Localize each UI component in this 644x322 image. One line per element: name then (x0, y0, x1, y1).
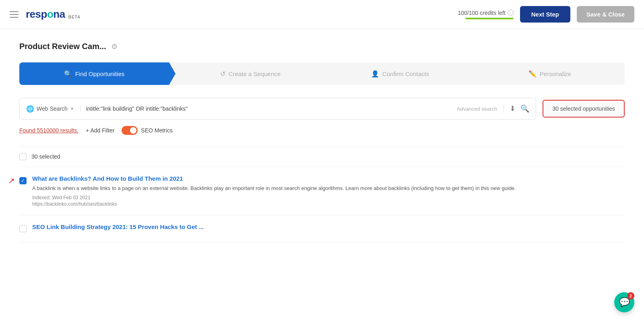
logo-text: respona (26, 8, 65, 21)
search-area: 🌐 Web Search ▼ intitle:"link building" O… (19, 98, 625, 120)
campaign-title-row: Product Review Cam... ⚙ (19, 42, 625, 51)
select-all-label: 30 selected (31, 153, 60, 160)
add-filter-button[interactable]: + Add Filter (86, 127, 114, 134)
credits-section: 100/100 credits left i (458, 10, 513, 19)
search-box: 🌐 Web Search ▼ intitle:"link building" O… (19, 98, 536, 120)
result-url-1[interactable]: https://backlinko.com/hub/seo/backlinks (32, 201, 625, 207)
seo-metrics-toggle-area: SEO Metrics (122, 126, 173, 135)
table-row: SEO Link Building Strategy 2021: 15 Prov… (19, 215, 625, 242)
campaign-title: Product Review Cam... (19, 42, 106, 51)
advanced-search-label[interactable]: Advanced search (457, 106, 497, 112)
download-icon[interactable]: ⬇ (510, 104, 516, 113)
results-count[interactable]: Found 5510000 results. (19, 127, 78, 134)
result-checkbox-1[interactable] (19, 177, 27, 184)
result-meta-1: Indexed: Wed Feb 03 2021 (32, 195, 625, 200)
results-list: 30 selected ↗ What are Backlinks? And Ho… (19, 146, 625, 242)
credits-text: 100/100 credits left i (458, 10, 513, 16)
steps-nav: 🔍 Find Opportunities ↺ Create a Sequence… (19, 62, 625, 85)
search-action-buttons: ⬇ 🔍 (504, 104, 529, 113)
indexed-date-1: Wed Feb 03 2021 (52, 195, 90, 200)
select-all-row: 30 selected (19, 147, 625, 167)
select-all-checkbox[interactable] (19, 153, 27, 160)
save-close-button[interactable]: Save & Close (577, 6, 634, 23)
confirm-contacts-icon: 👤 (371, 70, 379, 78)
result-title-1[interactable]: What are Backlinks? And How to Build The… (32, 175, 625, 182)
credits-bar (465, 18, 514, 19)
step-personalize[interactable]: ✏️ Personalize (475, 62, 625, 85)
result-content-1: What are Backlinks? And How to Build The… (32, 175, 625, 207)
step-find-opportunities[interactable]: 🔍 Find Opportunities (19, 62, 175, 85)
selected-opportunities-button[interactable]: 30 selected opportunities (543, 100, 625, 118)
logo-beta: BETA (68, 15, 80, 19)
credits-info-icon[interactable]: i (508, 10, 514, 16)
step-personalize-label: Personalize (540, 70, 571, 77)
step-confirm-contacts-label: Confirm Contacts (382, 70, 429, 77)
hamburger-menu[interactable] (10, 11, 19, 18)
result-title-2[interactable]: SEO Link Building Strategy 2021: 15 Prov… (32, 223, 625, 230)
chevron-down-icon: ▼ (70, 106, 74, 111)
credits-value: 100/100 credits left (458, 10, 505, 16)
filters-row: Found 5510000 results. + Add Filter SEO … (19, 126, 625, 135)
next-step-button[interactable]: Next Step (520, 6, 570, 23)
search-type-selector[interactable]: 🌐 Web Search ▼ (26, 105, 80, 113)
result-description-1: A backlink is when a website links to a … (32, 184, 625, 192)
step-confirm-contacts[interactable]: 👤 Confirm Contacts (325, 62, 475, 85)
result-content-2: SEO Link Building Strategy 2021: 15 Prov… (32, 223, 625, 233)
app-logo: respona BETA (26, 8, 80, 21)
seo-metrics-toggle[interactable] (122, 126, 138, 135)
indexed-label-1: Indexed: (32, 195, 51, 200)
step-create-seq-label: Create a Sequence (229, 70, 281, 77)
personalize-icon: ✏️ (528, 70, 537, 78)
create-seq-icon: ↺ (220, 70, 225, 78)
globe-icon: 🌐 (26, 105, 34, 113)
result-checkbox-2[interactable] (19, 225, 27, 232)
table-row: ↗ What are Backlinks? And How to Build T… (19, 167, 625, 215)
search-icon[interactable]: 🔍 (520, 104, 529, 113)
credits-bar-fill (465, 18, 514, 19)
step-create-sequence[interactable]: ↺ Create a Sequence (175, 62, 325, 85)
app-header: respona BETA 100/100 credits left i Next… (0, 0, 644, 29)
result-checkbox-wrap: ↗ (19, 175, 27, 184)
header-right: 100/100 credits left i Next Step Save & … (458, 6, 634, 23)
find-opps-icon: 🔍 (64, 70, 72, 78)
search-type-label: Web Search (37, 105, 68, 112)
result-checkbox-wrap-2 (19, 223, 27, 234)
page-content: Product Review Cam... ⚙ 🔍 Find Opportuni… (0, 29, 644, 255)
settings-icon[interactable]: ⚙ (111, 42, 118, 51)
search-query-text[interactable]: intitle:"link building" OR intitle:"back… (86, 105, 457, 112)
step-find-opps-label: Find Opportunities (75, 70, 125, 77)
seo-metrics-label: SEO Metrics (141, 127, 173, 134)
arrow-indicator-icon: ↗ (8, 176, 15, 186)
